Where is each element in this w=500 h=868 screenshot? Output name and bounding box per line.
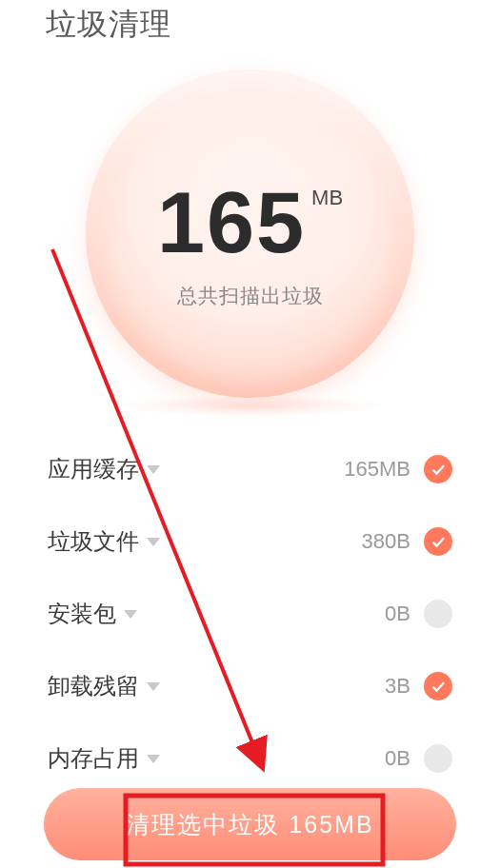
category-row-junk-files[interactable]: 垃圾文件 380B xyxy=(48,526,452,557)
category-label: 垃圾文件 xyxy=(48,526,139,557)
scan-result-orb: 165 MB 总共扫描出垃圾 xyxy=(86,69,414,398)
category-row-installers[interactable]: 安装包 0B xyxy=(48,599,452,629)
category-label: 安装包 xyxy=(48,599,116,629)
category-size: 3B xyxy=(385,674,410,699)
category-row-uninstall-remnant[interactable]: 卸载残留 3B xyxy=(48,671,452,701)
junk-category-list: 应用缓存 165MB 垃圾文件 380B 安装包 0B 卸载残留 3B xyxy=(0,422,500,777)
chevron-down-icon xyxy=(147,465,160,474)
category-checkbox[interactable] xyxy=(424,455,452,483)
category-size: 0B xyxy=(385,602,410,626)
scan-result-orb-area: 165 MB 总共扫描出垃圾 xyxy=(0,46,500,422)
clean-selected-button[interactable]: 清理选中垃圾 165MB xyxy=(44,788,456,860)
scan-subtitle: 总共扫描出垃圾 xyxy=(177,283,324,309)
chevron-down-icon xyxy=(147,538,160,546)
scan-total-value: 165 xyxy=(157,180,306,266)
category-checkbox[interactable] xyxy=(424,672,452,700)
category-size: 165MB xyxy=(344,457,410,482)
chevron-down-icon xyxy=(147,755,160,763)
chevron-down-icon xyxy=(124,610,137,619)
category-checkbox[interactable] xyxy=(424,600,452,628)
page-title: 垃圾清理 xyxy=(0,0,500,46)
category-label: 卸载残留 xyxy=(48,671,139,701)
orb-shadow xyxy=(112,395,389,416)
category-size: 380B xyxy=(362,529,410,554)
category-row-memory[interactable]: 内存占用 0B xyxy=(48,743,452,774)
category-label: 应用缓存 xyxy=(48,454,139,484)
category-checkbox[interactable] xyxy=(424,744,452,773)
category-size: 0B xyxy=(385,746,410,771)
scan-total-unit: MB xyxy=(311,186,343,210)
category-row-app-cache[interactable]: 应用缓存 165MB xyxy=(48,454,452,484)
chevron-down-icon xyxy=(147,682,160,691)
category-label: 内存占用 xyxy=(48,743,139,774)
category-checkbox[interactable] xyxy=(424,527,452,556)
